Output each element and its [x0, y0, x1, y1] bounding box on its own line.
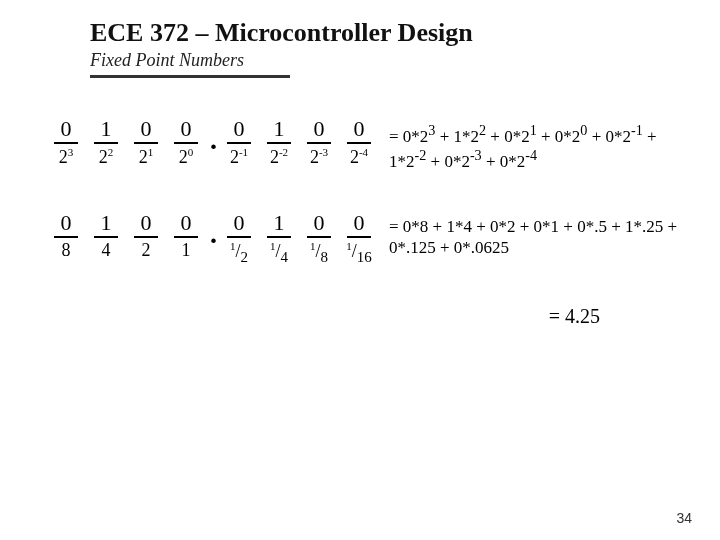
bit-column: 14 — [90, 212, 122, 262]
title-rule — [90, 75, 290, 78]
fixed-point-row-2: 08140201.01/211/401/801/16= 0*8 + 1*4 + … — [50, 212, 680, 266]
bit-value: 0 — [223, 118, 255, 140]
bit-column: 122 — [90, 118, 122, 169]
bit-value: 0 — [303, 212, 335, 234]
bit-underline — [54, 142, 78, 144]
bit-weight: 2-2 — [263, 146, 295, 169]
bit-weight: 2-1 — [223, 146, 255, 169]
bit-column: 023 — [50, 118, 82, 169]
bit-column: 02-3 — [303, 118, 335, 169]
bit-value: 1 — [90, 212, 122, 234]
bit-value: 0 — [50, 212, 82, 234]
bit-weight: 4 — [90, 240, 122, 262]
bit-column: 02 — [130, 212, 162, 262]
bit-value: 0 — [343, 212, 375, 234]
slide-title: ECE 372 – Microcontroller Design — [90, 18, 680, 48]
bit-weight: 20 — [170, 146, 202, 169]
expansion-text: = 0*8 + 1*4 + 0*2 + 0*1 + 0*.5 + 1*.25 +… — [389, 216, 679, 259]
page-number: 34 — [676, 510, 692, 526]
bit-underline — [174, 236, 198, 238]
fixed-point-row-1: 023122021020.02-112-202-302-4= 0*23 + 1*… — [50, 118, 680, 172]
bit-value: 1 — [263, 212, 295, 234]
bit-value: 0 — [223, 212, 255, 234]
bit-value: 0 — [303, 118, 335, 140]
slide: ECE 372 – Microcontroller Design Fixed P… — [0, 0, 720, 540]
bit-column: 01/2 — [223, 212, 255, 266]
bit-underline — [227, 236, 251, 238]
bit-underline — [347, 142, 371, 144]
bit-value: 1 — [90, 118, 122, 140]
bit-column: 020 — [170, 118, 202, 169]
bit-underline — [134, 142, 158, 144]
bit-value: 0 — [130, 212, 162, 234]
bit-weight: 21 — [130, 146, 162, 169]
bit-underline — [174, 142, 198, 144]
bit-weight: 2-3 — [303, 146, 335, 169]
bit-weight: 1 — [170, 240, 202, 262]
bit-underline — [307, 142, 331, 144]
result-line: = 4.25 — [50, 305, 680, 328]
bit-column: 02-4 — [343, 118, 375, 169]
bit-underline — [307, 236, 331, 238]
radix-point: . — [210, 126, 219, 154]
bit-column: 021 — [130, 118, 162, 169]
bit-column: 08 — [50, 212, 82, 262]
bit-weight: 22 — [90, 146, 122, 169]
bit-column: 02-1 — [223, 118, 255, 169]
bit-weight: 23 — [50, 146, 82, 169]
radix-point: . — [210, 220, 219, 248]
bit-column: 12-2 — [263, 118, 295, 169]
bit-underline — [94, 236, 118, 238]
bit-weight: 1/2 — [223, 240, 255, 266]
bit-underline — [54, 236, 78, 238]
bit-column: 01/8 — [303, 212, 335, 266]
slide-subtitle: Fixed Point Numbers — [90, 50, 680, 71]
bit-value: 1 — [263, 118, 295, 140]
bit-weight: 2 — [130, 240, 162, 262]
bit-weight: 1/8 — [303, 240, 335, 266]
bit-value: 0 — [343, 118, 375, 140]
bit-underline — [227, 142, 251, 144]
bit-underline — [267, 236, 291, 238]
bit-weight: 1/16 — [343, 240, 375, 266]
bit-column: 01 — [170, 212, 202, 262]
bit-weight: 2-4 — [343, 146, 375, 169]
bit-underline — [134, 236, 158, 238]
bit-column: 11/4 — [263, 212, 295, 266]
bit-column: 01/16 — [343, 212, 375, 266]
bit-underline — [94, 142, 118, 144]
bit-value: 0 — [170, 212, 202, 234]
bit-value: 0 — [170, 118, 202, 140]
bit-value: 0 — [50, 118, 82, 140]
bit-value: 0 — [130, 118, 162, 140]
bit-underline — [347, 236, 371, 238]
bit-weight: 1/4 — [263, 240, 295, 266]
expansion-text: = 0*23 + 1*22 + 0*21 + 0*20 + 0*2-1 + 1*… — [389, 122, 679, 172]
bit-underline — [267, 142, 291, 144]
content-area: 023122021020.02-112-202-302-4= 0*23 + 1*… — [50, 118, 680, 328]
bit-weight: 8 — [50, 240, 82, 262]
